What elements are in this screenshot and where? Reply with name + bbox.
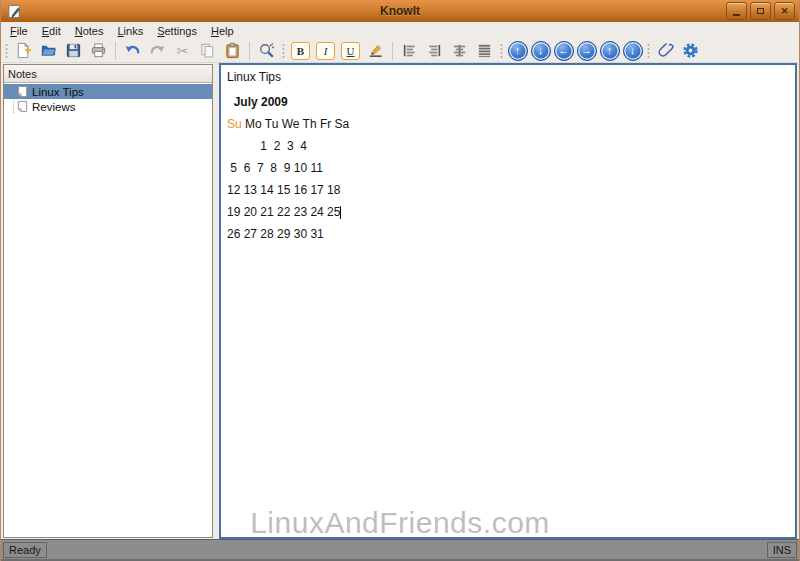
notes-column-header[interactable]: Notes [4, 65, 212, 83]
print-button[interactable] [87, 40, 110, 62]
attachment-button[interactable] [654, 40, 677, 62]
editor-line-6: 26 27 28 29 30 31 [227, 228, 795, 241]
configure-button[interactable] [679, 40, 702, 62]
menu-help[interactable]: Help [204, 24, 241, 38]
menu-edit[interactable]: Edit [35, 24, 68, 38]
editor-line-5: 19 20 21 22 23 24 25 [227, 206, 795, 219]
pen-icon [367, 42, 384, 59]
cut-icon: ✂ [177, 44, 189, 58]
insert-mode-indicator: INS [767, 542, 797, 558]
menu-settings[interactable]: Settings [150, 24, 204, 38]
nav-up-icon: ↑ [515, 45, 521, 56]
toolbar-grip[interactable] [646, 42, 651, 59]
find-button[interactable] [255, 40, 278, 62]
menubar: FileEditNotesLinksSettingsHelp [1, 22, 799, 39]
note-title: Linux Tips [227, 70, 795, 84]
copy-icon [199, 42, 216, 59]
toolbar-separator [392, 42, 393, 60]
paperclip-icon [657, 42, 674, 59]
editor-body[interactable]: July 2009Su Mo Tu We Th Fr Sa 1 2 3 4 5 … [227, 96, 795, 241]
editor-line-1: Su Mo Tu We Th Fr Sa [227, 118, 795, 131]
nav-down-icon: ↓ [538, 45, 544, 56]
tree-item-label: Reviews [32, 101, 75, 113]
note-icon [16, 100, 29, 113]
align-right-icon [426, 42, 443, 59]
minimize-button[interactable] [726, 2, 747, 20]
nav-forward-button[interactable]: → [577, 41, 597, 61]
italic-button[interactable]: I [314, 40, 337, 62]
text-cursor [340, 206, 341, 219]
editor-line-3: 5 6 7 8 9 10 11 [227, 162, 795, 175]
text-color-button[interactable] [364, 40, 387, 62]
align-center-icon [451, 42, 468, 59]
find-icon [258, 42, 275, 59]
nav-back-button[interactable]: ← [554, 41, 574, 61]
save-icon [65, 42, 82, 59]
nav-up-button[interactable]: ↑ [508, 41, 528, 61]
paste-button[interactable] [221, 40, 244, 62]
close-button[interactable]: ✕ [774, 2, 795, 20]
editor-line-0: July 2009 [227, 96, 795, 109]
menu-notes[interactable]: Notes [68, 24, 111, 38]
editor-line-2: 1 2 3 4 [227, 140, 795, 153]
copy-button[interactable] [196, 40, 219, 62]
knowit-window: KnowIt ✕ FileEditNotesLinksSettingsHelp … [0, 0, 800, 561]
align-left-icon [401, 42, 418, 59]
toolbar: ✂BIU↑↓←→↑↓ [1, 39, 799, 63]
align-left-button[interactable] [398, 40, 421, 62]
new-note-button[interactable] [12, 40, 35, 62]
align-justify-icon [476, 42, 493, 59]
bold-button[interactable]: B [289, 40, 312, 62]
sunday-label: Su [227, 117, 242, 131]
maximize-button[interactable] [750, 2, 771, 20]
undo-button[interactable] [121, 40, 144, 62]
menu-links[interactable]: Links [110, 24, 150, 38]
paste-icon [224, 42, 241, 59]
nav-back-icon: ← [558, 45, 569, 56]
menu-file[interactable]: File [3, 24, 35, 38]
new-note-icon [15, 42, 32, 59]
window-title: KnowIt [1, 4, 799, 18]
maximize-icon [757, 8, 764, 14]
nav-top-button[interactable]: ↑ [600, 41, 620, 61]
nav-bottom-icon: ↓ [630, 45, 636, 56]
print-icon [90, 42, 107, 59]
tree-item-reviews[interactable]: Reviews [4, 99, 212, 114]
toolbar-grip[interactable] [4, 42, 9, 59]
window-controls: ✕ [726, 2, 795, 20]
redo-icon [149, 42, 166, 59]
nav-down-button[interactable]: ↓ [531, 41, 551, 61]
gear-icon [682, 42, 699, 59]
nav-forward-icon: → [581, 45, 592, 56]
save-button[interactable] [62, 40, 85, 62]
titlebar[interactable]: KnowIt ✕ [1, 0, 799, 22]
open-button[interactable] [37, 40, 60, 62]
toolbar-separator [249, 42, 250, 60]
main-content: Notes Linux TipsReviews Linux Tips July … [1, 63, 799, 539]
toolbar-grip[interactable] [281, 42, 286, 59]
underline-icon: U [341, 42, 360, 60]
bold-icon: B [291, 42, 310, 60]
align-justify-button[interactable] [473, 40, 496, 62]
folder-open-icon [40, 42, 57, 59]
minimize-icon [733, 14, 740, 16]
align-right-button[interactable] [423, 40, 446, 62]
note-icon [16, 85, 29, 98]
underline-button[interactable]: U [339, 40, 362, 62]
redo-button[interactable] [146, 40, 169, 62]
note-editor[interactable]: Linux Tips July 2009Su Mo Tu We Th Fr Sa… [219, 63, 797, 539]
tree-item-linux-tips[interactable]: Linux Tips [4, 84, 212, 99]
notes-sidebar: Notes Linux TipsReviews [3, 64, 213, 538]
nav-bottom-button[interactable]: ↓ [623, 41, 643, 61]
italic-icon: I [316, 42, 335, 60]
close-icon: ✕ [781, 7, 789, 16]
undo-icon [124, 42, 141, 59]
align-center-button[interactable] [448, 40, 471, 62]
editor-line-4: 12 13 14 15 16 17 18 [227, 184, 795, 197]
toolbar-grip[interactable] [499, 42, 504, 59]
nav-top-icon: ↑ [607, 45, 613, 56]
statusbar: Ready INS [1, 539, 799, 561]
cut-button[interactable]: ✂ [171, 40, 194, 62]
toolbar-separator [115, 42, 116, 60]
tree-item-label: Linux Tips [32, 86, 84, 98]
